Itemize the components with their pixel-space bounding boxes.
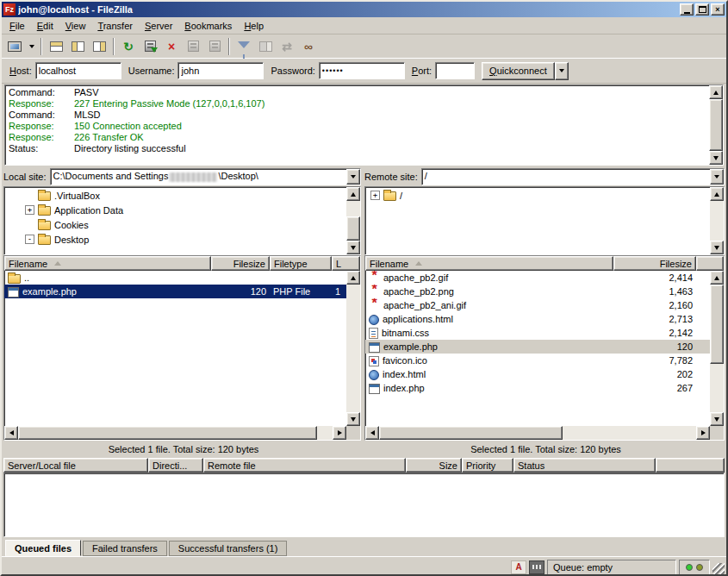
local-tree-scrollbar[interactable] bbox=[346, 187, 360, 254]
scroll-left-button[interactable] bbox=[365, 426, 379, 440]
cancel-button[interactable]: × bbox=[161, 37, 182, 56]
remote-list-hscrollbar[interactable] bbox=[365, 426, 710, 440]
local-site-dropdown[interactable] bbox=[346, 169, 360, 185]
menu-server[interactable]: Server bbox=[139, 19, 178, 33]
menu-view[interactable]: View bbox=[59, 19, 92, 33]
scroll-up-button[interactable] bbox=[709, 85, 723, 99]
scroll-up-button[interactable] bbox=[346, 271, 360, 285]
scrollbar-track[interactable] bbox=[18, 426, 333, 440]
tree-item-virtualbox[interactable]: .VirtualBox bbox=[4, 188, 346, 203]
close-button[interactable]: × bbox=[711, 3, 725, 16]
log-scrollbar[interactable] bbox=[709, 85, 723, 165]
port-input[interactable] bbox=[435, 62, 475, 79]
remote-list-vscrollbar[interactable] bbox=[710, 271, 724, 426]
column-header-size[interactable]: Size bbox=[406, 458, 462, 473]
column-header-priority[interactable]: Priority bbox=[462, 458, 513, 473]
menu-bookmarks[interactable]: Bookmarks bbox=[178, 19, 238, 33]
password-input[interactable] bbox=[319, 62, 405, 79]
process-queue-button[interactable] bbox=[140, 37, 160, 56]
scroll-up-button[interactable] bbox=[346, 187, 360, 201]
column-header-filetype[interactable]: Filetype bbox=[270, 256, 332, 271]
toggle-remote-tree-button[interactable] bbox=[89, 37, 109, 56]
scrollbar-track[interactable] bbox=[710, 285, 724, 412]
find-files-button[interactable]: ∞ bbox=[298, 37, 319, 56]
file-row-favicon-ico[interactable]: favicon.ico 7,782 bbox=[365, 354, 710, 367]
tree-item-root[interactable]: +/ bbox=[365, 188, 710, 203]
filter-button[interactable] bbox=[233, 37, 254, 56]
local-list-hscrollbar[interactable] bbox=[4, 426, 346, 440]
resize-grip[interactable] bbox=[712, 563, 725, 575]
scrollbar-thumb[interactable] bbox=[346, 216, 360, 241]
directory-comparison-button[interactable] bbox=[255, 37, 276, 56]
remote-tree-scrollbar[interactable] bbox=[710, 187, 724, 254]
quickconnect-dropdown[interactable] bbox=[555, 62, 569, 80]
tree-item-desktop[interactable]: -Desktop bbox=[4, 232, 346, 247]
tree-item-cookies[interactable]: Cookies bbox=[4, 217, 346, 232]
file-row-applications-html[interactable]: applications.html 2,713 bbox=[365, 312, 710, 326]
scroll-down-button[interactable] bbox=[346, 241, 360, 254]
file-row-apache-pb2-ani-gif[interactable]: *apache_pb2_ani.gif 2,160 bbox=[365, 298, 710, 312]
scroll-down-button[interactable] bbox=[710, 412, 724, 426]
local-list-vscrollbar[interactable] bbox=[346, 271, 360, 426]
scrollbar-thumb[interactable] bbox=[18, 426, 317, 440]
column-header-filename[interactable]: Filename bbox=[365, 256, 613, 271]
scroll-right-button[interactable] bbox=[333, 426, 346, 440]
refresh-button[interactable]: ↻ bbox=[118, 37, 139, 56]
column-header-status[interactable]: Status bbox=[513, 458, 656, 473]
file-row-index-html[interactable]: index.html 202 bbox=[365, 367, 710, 381]
scroll-up-button[interactable] bbox=[710, 187, 724, 201]
message-log-pane[interactable]: Command:PASV Response:227 Entering Passi… bbox=[4, 85, 724, 166]
file-row-index-php[interactable]: index.php 267 bbox=[365, 381, 710, 395]
host-input[interactable] bbox=[35, 62, 121, 79]
reconnect-button[interactable] bbox=[204, 37, 225, 56]
scrollbar-track[interactable] bbox=[346, 285, 360, 412]
titlebar[interactable]: Fz john@localhost - FileZilla × bbox=[2, 2, 726, 17]
scroll-down-button[interactable] bbox=[346, 412, 360, 426]
scroll-down-button[interactable] bbox=[710, 241, 724, 254]
scrollbar-track[interactable] bbox=[710, 201, 724, 241]
scroll-right-button[interactable] bbox=[696, 426, 710, 440]
scroll-down-button[interactable] bbox=[709, 151, 723, 165]
file-row-example-php[interactable]: example.php 120 bbox=[365, 340, 710, 354]
scrollbar-track[interactable] bbox=[346, 201, 360, 241]
scrollbar-thumb[interactable] bbox=[709, 99, 723, 151]
column-header-filesize[interactable]: Filesize bbox=[211, 256, 270, 271]
column-header-filename[interactable]: Filename bbox=[4, 256, 211, 271]
menu-transfer[interactable]: Transfer bbox=[91, 19, 139, 33]
file-row-example-php[interactable]: example.php 120 PHP File 1 bbox=[4, 285, 346, 298]
disconnect-button[interactable] bbox=[183, 37, 203, 56]
scroll-up-button[interactable] bbox=[710, 271, 724, 285]
column-header-lastmodified[interactable]: L bbox=[332, 256, 360, 271]
collapse-icon[interactable]: - bbox=[25, 235, 34, 244]
toggle-local-tree-button[interactable] bbox=[67, 37, 88, 56]
menu-help[interactable]: Help bbox=[238, 19, 270, 33]
tree-item-application-data[interactable]: +Application Data bbox=[4, 203, 346, 217]
file-row-bitnami-css[interactable]: bitnami.css 2,142 bbox=[365, 326, 710, 340]
local-site-combo[interactable]: C:\Documents and Settings\Desktop\ bbox=[50, 168, 361, 185]
column-header-server-local-file[interactable]: Server/Local file bbox=[3, 458, 148, 473]
column-header-remote-file[interactable]: Remote file bbox=[203, 458, 406, 473]
expand-icon[interactable]: + bbox=[25, 205, 34, 215]
scrollbar-track[interactable] bbox=[709, 99, 723, 151]
quickconnect-button[interactable]: Quickconnect bbox=[482, 62, 555, 80]
file-row-updir[interactable]: .. bbox=[4, 271, 346, 285]
column-header-filesize[interactable]: Filesize bbox=[613, 256, 696, 271]
transfer-queue-list[interactable] bbox=[3, 473, 725, 537]
site-manager-dropdown[interactable] bbox=[26, 37, 37, 56]
remote-site-combo[interactable]: / bbox=[421, 168, 725, 185]
toggle-message-log-button[interactable] bbox=[46, 37, 66, 56]
scrollbar-track[interactable] bbox=[379, 426, 696, 440]
file-row-apache-pb2-gif[interactable]: *apache_pb2.gif 2,414 bbox=[365, 271, 710, 285]
file-row-apache-pb2-png[interactable]: *apache_pb2.png 1,463 bbox=[365, 285, 710, 298]
site-manager-button[interactable] bbox=[4, 37, 25, 56]
menu-edit[interactable]: Edit bbox=[31, 19, 59, 33]
menu-file[interactable]: File bbox=[3, 19, 31, 33]
expand-icon[interactable]: + bbox=[370, 191, 380, 200]
scrollbar-thumb[interactable] bbox=[379, 426, 563, 440]
username-input[interactable] bbox=[177, 62, 264, 79]
synchronized-browsing-button[interactable]: ⇄ bbox=[277, 37, 297, 56]
tab-failed-transfers[interactable]: Failed transfers bbox=[83, 541, 167, 556]
maximize-button[interactable] bbox=[695, 3, 709, 16]
tab-successful-transfers[interactable]: Successful transfers (1) bbox=[169, 541, 288, 556]
tab-queued-files[interactable]: Queued files bbox=[5, 540, 81, 556]
